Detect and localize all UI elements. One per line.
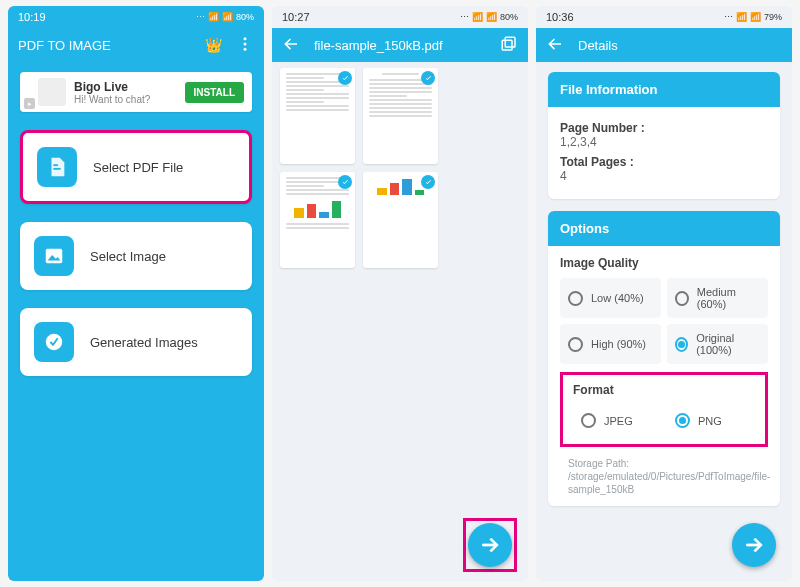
check-icon [338,175,352,189]
app-bar: file-sample_150kB.pdf [272,28,528,62]
status-icons: ⋯📶📶80% [460,12,518,22]
select-image-card[interactable]: Select Image [20,222,252,290]
check-icon [338,71,352,85]
page-title: Details [578,38,618,53]
screen-details: 10:36 ⋯📶📶79% Details File Information Pa… [536,6,792,581]
card-label: Select Image [90,249,166,264]
storage-path: Storage Path: /storage/emulated/0/Pictur… [560,457,768,496]
radio-icon [675,291,689,306]
svg-rect-8 [502,40,512,50]
ad-banner[interactable]: ▸ Bigo Live Hi! Want to chat? INSTALL [20,72,252,112]
page-thumbnail[interactable] [280,68,355,164]
storage-path-text: Storage Path: /storage/emulated/0/Pictur… [568,457,770,496]
ad-install-button[interactable]: INSTALL [185,82,244,103]
image-quality-label: Image Quality [560,256,768,270]
ad-thumbnail [38,78,66,106]
section-header: File Information [548,72,780,107]
app-bar: Details [536,28,792,62]
format-png-radio[interactable]: PNG [667,405,755,436]
page-number-label: Page Number : [560,121,768,135]
total-pages-label: Total Pages : [560,155,768,169]
status-time: 10:36 [546,11,574,23]
status-bar: 10:27 ⋯📶📶80% [272,6,528,28]
quality-medium-radio[interactable]: Medium (60%) [667,278,768,318]
page-thumbnails [272,62,528,274]
quality-original-radio[interactable]: Original (100%) [667,324,768,364]
status-bar: 10:19 ⋯📶📶80% [8,6,264,28]
svg-point-1 [244,42,247,45]
options-section: Options Image Quality Low (40%) Medium (… [548,211,780,506]
ad-title: Bigo Live [74,80,177,94]
app-bar: PDF TO IMAGE 👑 [8,28,264,62]
page-thumbnail[interactable] [280,172,355,268]
screen-home: 10:19 ⋯📶📶80% PDF TO IMAGE 👑 ▸ Bigo Live … [8,6,264,581]
section-header: Options [548,211,780,246]
page-number-value: 1,2,3,4 [560,135,768,149]
svg-point-0 [244,37,247,40]
radio-icon [675,413,690,428]
ad-badge-icon: ▸ [24,98,35,109]
card-label: Select PDF File [93,160,183,175]
file-name: file-sample_150kB.pdf [314,38,486,53]
status-time: 10:19 [18,11,46,23]
app-title: PDF TO IMAGE [18,38,111,53]
svg-rect-7 [505,37,515,47]
format-section: Format JPEG PNG [560,372,768,447]
svg-point-2 [244,47,247,50]
generated-icon [34,322,74,362]
next-fab[interactable] [468,523,512,567]
check-icon [421,175,435,189]
overflow-menu-icon[interactable] [236,35,254,56]
image-icon [34,236,74,276]
page-thumbnail[interactable] [363,172,438,268]
pdf-file-icon [37,147,77,187]
screen-file-pages: 10:27 ⋯📶📶80% file-sample_150kB.pdf [272,6,528,581]
radio-icon [581,413,596,428]
format-label: Format [573,383,755,397]
generated-images-card[interactable]: Generated Images [20,308,252,376]
format-jpeg-radio[interactable]: JPEG [573,405,661,436]
total-pages-value: 4 [560,169,768,183]
select-all-icon[interactable] [500,35,518,56]
file-info-section: File Information Page Number : 1,2,3,4 T… [548,72,780,199]
status-bar: 10:36 ⋯📶📶79% [536,6,792,28]
check-icon [421,71,435,85]
card-label: Generated Images [90,335,198,350]
back-icon[interactable] [546,35,564,56]
quality-low-radio[interactable]: Low (40%) [560,278,661,318]
radio-icon [568,337,583,352]
status-icons: ⋯📶📶79% [724,12,782,22]
status-time: 10:27 [282,11,310,23]
svg-rect-3 [53,168,60,170]
next-fab[interactable] [732,523,776,567]
svg-rect-5 [46,249,63,264]
radio-icon [675,337,688,352]
page-thumbnail[interactable] [363,68,438,164]
status-icons: ⋯📶📶80% [196,12,254,22]
crown-icon[interactable]: 👑 [205,37,222,53]
quality-high-radio[interactable]: High (90%) [560,324,661,364]
ad-subtitle: Hi! Want to chat? [74,94,177,105]
select-pdf-card[interactable]: Select PDF File [20,130,252,204]
back-icon[interactable] [282,35,300,56]
radio-icon [568,291,583,306]
svg-rect-4 [53,164,58,166]
